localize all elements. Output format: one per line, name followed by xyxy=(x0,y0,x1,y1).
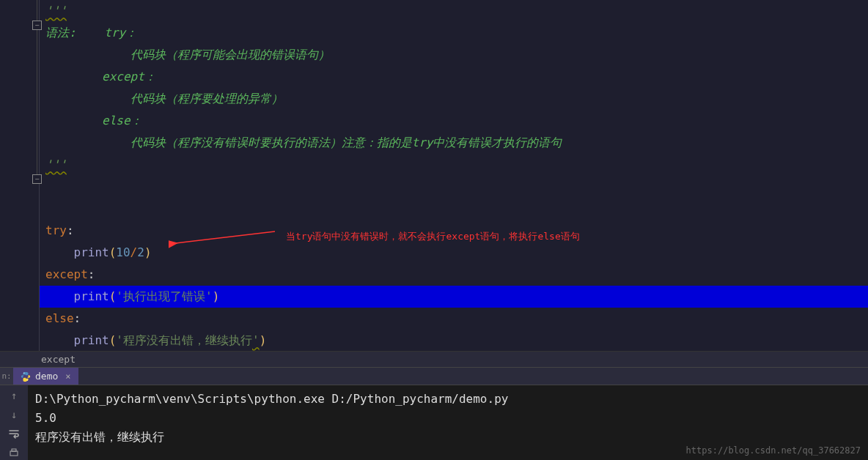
scroll-up-icon[interactable]: ↑ xyxy=(7,388,21,403)
watermark-text: https://blog.csdn.net/qq_37662827 xyxy=(686,445,861,456)
svg-point-3 xyxy=(27,379,28,380)
python-file-icon xyxy=(21,371,31,382)
docstring-text: 代码块（程序没有错误时要执行的语法）注意：指的是try中没有错误才执行的语句 xyxy=(130,136,562,149)
docstring-text: else： xyxy=(102,114,142,127)
except-keyword: except xyxy=(45,267,88,281)
docstring-text: except： xyxy=(102,70,156,84)
docstring-text: 语法: xyxy=(45,26,76,40)
run-tab-label: demo xyxy=(35,371,58,382)
code-content[interactable]: ''' 语法: try： 代码块（程序可能会出现的错误语句） except： 代… xyxy=(45,0,868,352)
run-tab-bar: n: demo × xyxy=(0,368,868,385)
tab-prefix: n: xyxy=(0,368,13,385)
svg-line-1 xyxy=(176,231,275,243)
annotation-arrow-icon xyxy=(169,227,279,249)
docstring-close: ''' xyxy=(45,157,67,171)
print-icon[interactable] xyxy=(7,445,21,460)
breadcrumb[interactable]: except xyxy=(0,352,868,368)
annotation-text: 当try语句中没有错误时，就不会执行except语句，将执行else语句 xyxy=(286,230,580,243)
fold-toggle-icon[interactable]: − xyxy=(32,21,42,30)
code-editor[interactable]: − − ''' 语法: try： 代码块（程序可能会出现的错误语句） excep… xyxy=(0,0,868,352)
console-toolbar: ↑ ↓ xyxy=(0,385,28,460)
else-keyword: else xyxy=(45,311,74,325)
docstring-text: 代码块（程序要处理的异常） xyxy=(130,92,283,105)
console-line: D:\Python_pycharm\venv\Scripts\python.ex… xyxy=(35,390,861,409)
run-config-tab[interactable]: demo × xyxy=(13,368,78,385)
fold-toggle-icon[interactable]: − xyxy=(32,174,42,184)
editor-gutter: − − xyxy=(0,0,40,351)
console-line: 5.0 xyxy=(35,409,861,428)
soft-wrap-icon[interactable] xyxy=(7,426,21,441)
print-call: print xyxy=(74,245,109,259)
console-line: 程序没有出错，继续执行 xyxy=(35,428,861,447)
svg-point-2 xyxy=(23,372,24,373)
try-keyword: try xyxy=(45,223,67,237)
breadcrumb-item[interactable]: except xyxy=(41,354,76,365)
svg-rect-5 xyxy=(12,449,16,451)
scroll-down-icon[interactable]: ↓ xyxy=(7,407,21,422)
svg-rect-4 xyxy=(10,451,18,456)
docstring-open: ''' xyxy=(45,4,67,18)
close-icon[interactable]: × xyxy=(65,371,70,382)
docstring-text: 代码块（程序可能会出现的错误语句） xyxy=(130,48,330,62)
